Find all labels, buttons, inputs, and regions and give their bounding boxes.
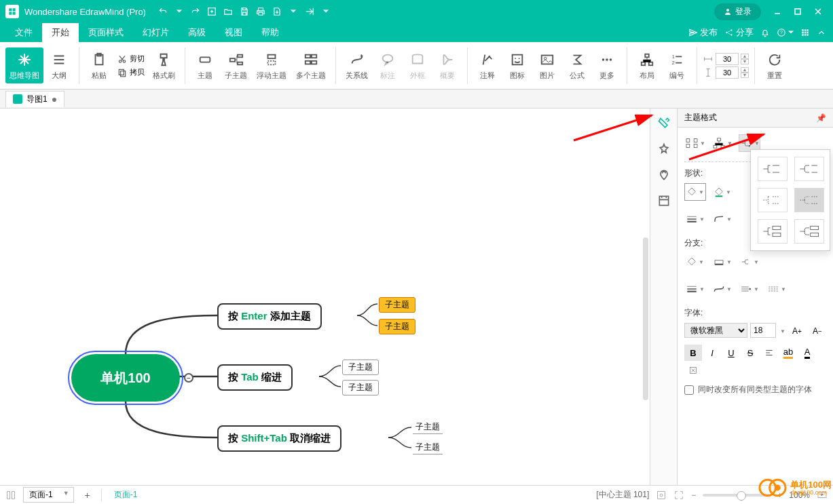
font-color-button[interactable]: A: [798, 345, 816, 361]
width-spinner-2[interactable]: ▲▼: [703, 66, 749, 79]
menu-pagestyle[interactable]: 页面样式: [79, 23, 133, 42]
corner-style[interactable]: ▼: [711, 210, 733, 228]
subtopic-box-2[interactable]: 子主题: [342, 380, 379, 395]
maximize-button[interactable]: [788, 4, 807, 19]
boundary-button[interactable]: 外框: [403, 47, 432, 83]
mindmap-view-button[interactable]: 思维导图: [5, 47, 43, 83]
undo-dropdown[interactable]: [172, 4, 187, 19]
menu-file[interactable]: 文件: [5, 23, 42, 42]
shape-fill[interactable]: ▼: [684, 183, 706, 201]
font-grow[interactable]: A+: [788, 323, 806, 339]
layout-type-1[interactable]: ▼: [684, 134, 706, 152]
export-dropdown[interactable]: [286, 4, 301, 19]
reset-button[interactable]: 重置: [760, 47, 789, 83]
publish-button[interactable]: 发布: [688, 26, 718, 39]
line-weight[interactable]: ▼: [684, 210, 706, 228]
subtopic-box-1[interactable]: 子主题: [342, 360, 379, 375]
fit-icon[interactable]: [656, 490, 667, 501]
login-button[interactable]: 登录: [714, 3, 761, 20]
layout-type-2[interactable]: ▼: [711, 134, 733, 152]
subtopic-yellow-1[interactable]: 子主题: [379, 297, 415, 313]
more-button[interactable]: 更多: [593, 47, 621, 83]
image-button[interactable]: 图片: [533, 47, 561, 83]
apps-button[interactable]: [800, 28, 810, 37]
style-tab-icon[interactable]: [657, 117, 671, 130]
copy-button[interactable]: 拷贝: [115, 66, 147, 79]
highlight-button[interactable]: ab: [779, 345, 797, 361]
multiple-topic-button[interactable]: 多个主题: [292, 47, 330, 83]
share-quick-dropdown[interactable]: [318, 4, 333, 19]
topic-button[interactable]: 主题: [191, 47, 219, 83]
outline-view-button[interactable]: 大纲: [45, 47, 73, 83]
numbering-button[interactable]: 12编号: [663, 47, 691, 83]
floating-topic-button[interactable]: 浮动主题: [253, 47, 291, 83]
connector-opt-2[interactable]: [794, 157, 824, 181]
formula-button[interactable]: 公式: [563, 47, 591, 83]
add-page-button[interactable]: +: [81, 490, 94, 501]
menu-advanced[interactable]: 高级: [179, 23, 215, 42]
help-button[interactable]: ?: [777, 28, 794, 37]
branch-connector[interactable]: ▼: [739, 253, 760, 271]
document-tab[interactable]: 导图1 ●: [5, 91, 64, 107]
canvas-scrollbar[interactable]: [643, 237, 648, 400]
menu-home[interactable]: 开始: [42, 23, 79, 42]
redo-button[interactable]: [188, 4, 203, 19]
share-button[interactable]: 分享: [724, 26, 754, 39]
task-tab-icon[interactable]: [657, 194, 671, 208]
pages-icon[interactable]: [5, 490, 16, 501]
width-spinner-1[interactable]: ▲▼: [703, 53, 749, 65]
menu-view[interactable]: 视图: [215, 23, 252, 42]
branch-dash[interactable]: ▼: [766, 280, 788, 298]
branch-weight[interactable]: ▼: [684, 280, 706, 298]
minimize-button[interactable]: [768, 4, 787, 19]
connector-opt-1[interactable]: [758, 157, 788, 181]
branch-style[interactable]: ▼: [711, 253, 733, 271]
summary-button[interactable]: 概要: [433, 47, 462, 83]
branch-curve[interactable]: ▼: [711, 280, 733, 298]
shape-border-color[interactable]: ▼: [711, 183, 733, 201]
icon-button[interactable]: 图标: [503, 47, 532, 83]
font-size-input[interactable]: [750, 323, 776, 338]
format-painter-button[interactable]: 格式刷: [149, 47, 179, 83]
pin-icon[interactable]: 📌: [816, 113, 826, 123]
save-button[interactable]: [237, 4, 252, 19]
strike-button[interactable]: S: [741, 345, 759, 361]
font-family-select[interactable]: 微软雅黑: [684, 323, 747, 338]
same-type-checkbox[interactable]: [684, 385, 694, 395]
callout-button[interactable]: 标注: [373, 47, 402, 83]
font-shrink[interactable]: A−: [809, 323, 826, 339]
paste-button[interactable]: 粘贴: [85, 47, 113, 83]
close-button[interactable]: [809, 4, 828, 19]
menu-help[interactable]: 帮助: [252, 23, 289, 42]
menu-slides[interactable]: 幻灯片: [133, 23, 179, 42]
print-button[interactable]: [253, 4, 268, 19]
clipart-tab-icon[interactable]: [657, 168, 671, 182]
relation-button[interactable]: 关系线: [341, 47, 372, 83]
topic-shifttab[interactable]: 按 Shift+Tab 取消缩进: [217, 425, 341, 452]
current-page-tab[interactable]: 页面-1: [109, 488, 143, 502]
theme-tab-icon[interactable]: [657, 142, 671, 156]
collapse-ribbon-button[interactable]: [817, 28, 826, 37]
canvas[interactable]: 单机100 − 按 Enter 添加主题 子主题 子主题 按 Tab 缩进 子主…: [0, 109, 650, 485]
connector-opt-3[interactable]: [758, 188, 788, 212]
subtopic-line-1[interactable]: 子主题: [413, 421, 443, 434]
subtopic-line-2[interactable]: 子主题: [413, 441, 443, 454]
cut-button[interactable]: 剪切: [115, 52, 147, 65]
share-quick-button[interactable]: [302, 4, 317, 19]
central-topic[interactable]: 单机100: [71, 354, 180, 402]
fullscreen-icon[interactable]: [673, 490, 684, 501]
italic-button[interactable]: I: [703, 345, 721, 361]
comment-button[interactable]: 注释: [473, 47, 502, 83]
connector-opt-4[interactable]: [794, 188, 824, 212]
connector-opt-6[interactable]: [794, 219, 824, 244]
undo-button[interactable]: [155, 4, 170, 19]
collapse-handle[interactable]: −: [184, 373, 193, 383]
branch-fill[interactable]: ▼: [684, 253, 706, 271]
zoom-out-button[interactable]: −: [691, 490, 696, 500]
notify-button[interactable]: [760, 28, 770, 37]
page-select[interactable]: 页面-1▼: [23, 487, 74, 503]
layout-button[interactable]: 布局: [633, 47, 661, 83]
align-button[interactable]: [760, 345, 778, 361]
bold-button[interactable]: B: [684, 345, 702, 361]
subtopic-button[interactable]: 子主题: [221, 47, 251, 83]
